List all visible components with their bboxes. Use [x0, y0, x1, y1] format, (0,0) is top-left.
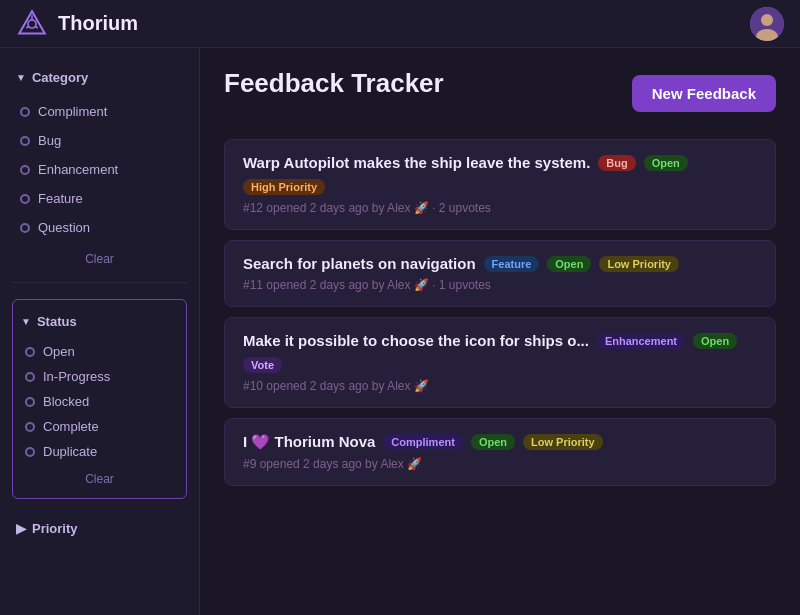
- logo-icon: [16, 8, 48, 40]
- filter-dot: [25, 397, 35, 407]
- category-clear-button[interactable]: Clear: [12, 248, 187, 270]
- sidebar-divider: [12, 282, 187, 283]
- filter-duplicate[interactable]: Duplicate: [17, 439, 182, 464]
- feedback-area: Feedback Tracker New Feedback Warp Autop…: [200, 48, 800, 615]
- page-title: Feedback Tracker: [224, 68, 444, 99]
- priority-section-header[interactable]: ▶ Priority: [12, 515, 187, 542]
- status-label: Status: [37, 314, 77, 329]
- badge-open: Open: [693, 333, 737, 349]
- badge-enhancement: Enhancement: [597, 333, 685, 349]
- priority-section: ▶ Priority: [12, 515, 187, 542]
- filter-enhancement-label: Enhancement: [38, 162, 118, 177]
- status-clear-button[interactable]: Clear: [17, 468, 182, 490]
- filter-question-label: Question: [38, 220, 90, 235]
- filter-blocked[interactable]: Blocked: [17, 389, 182, 414]
- filter-dot: [25, 372, 35, 382]
- card-title: Make it possible to choose the icon for …: [243, 332, 589, 349]
- feedback-card-11[interactable]: Search for planets on navigation Feature…: [224, 240, 776, 307]
- svg-line-4: [26, 26, 29, 28]
- feedback-card-10[interactable]: Make it possible to choose the icon for …: [224, 317, 776, 408]
- feedback-card-12[interactable]: Warp Autopilot makes the ship leave the …: [224, 139, 776, 230]
- filter-in-progress[interactable]: In-Progress: [17, 364, 182, 389]
- card-title: Warp Autopilot makes the ship leave the …: [243, 154, 590, 171]
- badge-low-priority: Low Priority: [599, 256, 679, 272]
- card-title-row: Search for planets on navigation Feature…: [243, 255, 757, 272]
- card-meta: #9 opened 2 days ago by Alex 🚀: [243, 457, 757, 471]
- badge-low-priority: Low Priority: [523, 434, 603, 450]
- priority-chevron: ▶: [16, 521, 26, 536]
- app-name: Thorium: [58, 12, 138, 35]
- badge-high-priority: High Priority: [243, 179, 325, 195]
- category-section-header[interactable]: ▼ Category: [12, 64, 187, 91]
- filter-open[interactable]: Open: [17, 339, 182, 364]
- filter-enhancement[interactable]: Enhancement: [12, 157, 187, 182]
- app-header: Thorium: [0, 0, 800, 48]
- badge-compliment: Compliment: [383, 434, 463, 450]
- filter-complete-label: Complete: [43, 419, 99, 434]
- category-chevron: ▼: [16, 72, 26, 83]
- filter-dot: [25, 447, 35, 457]
- category-label: Category: [32, 70, 88, 85]
- avatar[interactable]: [750, 7, 784, 41]
- filter-dot: [25, 422, 35, 432]
- badge-open: Open: [471, 434, 515, 450]
- card-meta: #10 opened 2 days ago by Alex 🚀: [243, 379, 757, 393]
- card-meta: #12 opened 2 days ago by Alex 🚀 · 2 upvo…: [243, 201, 757, 215]
- card-title-row: Make it possible to choose the icon for …: [243, 332, 757, 373]
- card-title: Search for planets on navigation: [243, 255, 476, 272]
- filter-in-progress-label: In-Progress: [43, 369, 110, 384]
- svg-point-6: [761, 14, 773, 26]
- badge-vote: Vote: [243, 357, 282, 373]
- filter-feature[interactable]: Feature: [12, 186, 187, 211]
- filter-question[interactable]: Question: [12, 215, 187, 240]
- card-title-row: I 💜 Thorium Nova Compliment Open Low Pri…: [243, 433, 757, 451]
- filter-blocked-label: Blocked: [43, 394, 89, 409]
- svg-marker-0: [19, 11, 45, 33]
- filter-bug[interactable]: Bug: [12, 128, 187, 153]
- filter-dot: [25, 347, 35, 357]
- card-meta: #11 opened 2 days ago by Alex 🚀 · 1 upvo…: [243, 278, 757, 292]
- logo-group: Thorium: [16, 8, 138, 40]
- sidebar: ▼ Category Compliment Bug Enhancement Fe…: [0, 48, 200, 615]
- filter-open-label: Open: [43, 344, 75, 359]
- svg-line-3: [35, 26, 38, 28]
- filter-bug-label: Bug: [38, 133, 61, 148]
- card-title: I 💜 Thorium Nova: [243, 433, 375, 451]
- filter-feature-label: Feature: [38, 191, 83, 206]
- filter-duplicate-label: Duplicate: [43, 444, 97, 459]
- main-layout: ▼ Category Compliment Bug Enhancement Fe…: [0, 48, 800, 615]
- feedback-card-9[interactable]: I 💜 Thorium Nova Compliment Open Low Pri…: [224, 418, 776, 486]
- status-chevron: ▼: [21, 316, 31, 327]
- badge-open: Open: [547, 256, 591, 272]
- priority-label: Priority: [32, 521, 78, 536]
- filter-dot: [20, 136, 30, 146]
- badge-open: Open: [644, 155, 688, 171]
- filter-dot: [20, 165, 30, 175]
- badge-bug: Bug: [598, 155, 635, 171]
- status-section: ▼ Status Open In-Progress Blocked Comple…: [12, 299, 187, 499]
- status-section-header[interactable]: ▼ Status: [17, 308, 182, 335]
- card-title-row: Warp Autopilot makes the ship leave the …: [243, 154, 757, 195]
- filter-dot: [20, 223, 30, 233]
- filter-dot: [20, 194, 30, 204]
- new-feedback-button[interactable]: New Feedback: [632, 75, 776, 112]
- filter-complete[interactable]: Complete: [17, 414, 182, 439]
- badge-feature: Feature: [484, 256, 540, 272]
- filter-compliment-label: Compliment: [38, 104, 107, 119]
- feedback-header-row: Feedback Tracker New Feedback: [224, 68, 776, 119]
- filter-compliment[interactable]: Compliment: [12, 99, 187, 124]
- filter-dot: [20, 107, 30, 117]
